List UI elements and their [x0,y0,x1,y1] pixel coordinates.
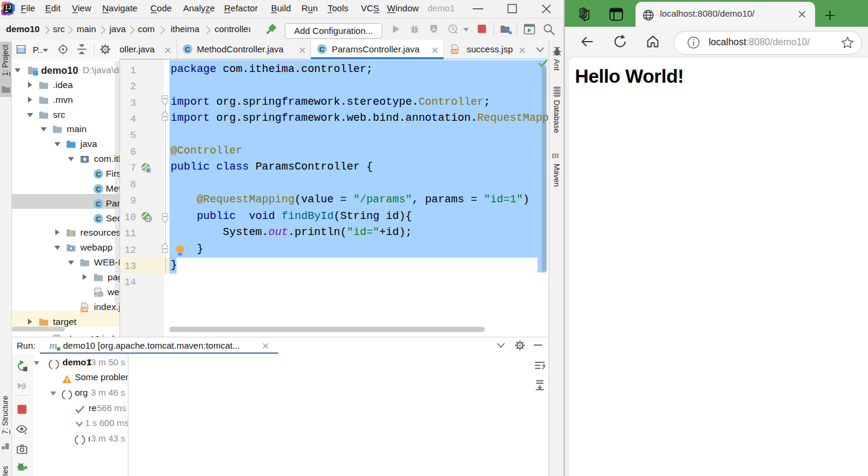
svg-text:C: C [319,46,324,53]
svg-text:C: C [185,46,190,53]
svg-text:C: C [96,185,100,192]
svg-text:m: m [552,151,559,160]
svg-text:C: C [96,171,100,178]
svg-text:C: C [96,215,100,222]
svg-text:JSP: JSP [451,49,458,54]
svg-text:C: C [96,200,100,207]
svg-text:JSP: JSP [80,308,88,312]
svg-text:c: c [147,167,150,173]
